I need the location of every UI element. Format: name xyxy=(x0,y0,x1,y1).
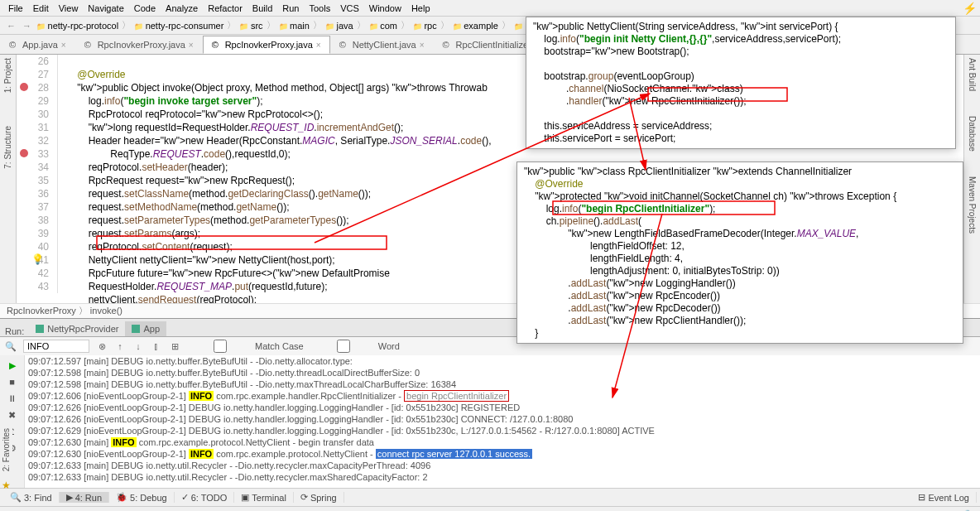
menu-navigate[interactable]: Navigate xyxy=(83,3,128,13)
tab-app[interactable]: ©App.java× xyxy=(0,36,75,54)
tool-debug[interactable]: 🐞5: Debug xyxy=(109,492,175,503)
next-icon[interactable]: ↓ xyxy=(132,340,144,352)
menu-build[interactable]: Build xyxy=(247,3,277,13)
exit-icon[interactable]: ✖ xyxy=(6,408,19,422)
tool-structure[interactable]: 7: Structure xyxy=(3,126,12,169)
nav-fwd-icon[interactable]: → xyxy=(19,21,35,31)
menu-code[interactable]: Code xyxy=(129,3,161,13)
search-icon: 🔍 xyxy=(5,340,17,352)
tab-rpcproxy1[interactable]: ©RpcInovkerProxy.java× xyxy=(75,36,203,54)
breadcrumb[interactable]: netty-rpc-consumer xyxy=(132,21,225,31)
breadcrumb[interactable]: main xyxy=(277,21,311,31)
filter-icon[interactable]: ⫿ xyxy=(151,340,162,352)
tab-nettyclient[interactable]: ©NettyClient.java× xyxy=(330,36,434,54)
clear-icon[interactable]: ⊗ xyxy=(96,340,108,352)
tool-find[interactable]: 🔍3: Find xyxy=(3,492,60,503)
star-icon: ★ xyxy=(2,480,11,491)
breakpoint-icon[interactable] xyxy=(20,149,28,157)
menu-analyze[interactable]: Analyze xyxy=(161,3,203,13)
tool-ant[interactable]: Ant Build xyxy=(968,58,977,91)
breadcrumb[interactable]: netty-rpc-protocol xyxy=(35,21,120,31)
stop-icon[interactable]: ■ xyxy=(6,375,19,388)
run-icon xyxy=(132,325,140,333)
tab-rpcproxy2[interactable]: ©RpcInovkerProxy.java× xyxy=(203,36,330,54)
menu-help[interactable]: Help xyxy=(406,3,435,13)
word-check[interactable]: Word xyxy=(310,340,400,353)
run-tab-app[interactable]: App xyxy=(125,321,166,336)
right-toolbar: Ant Build Database Maven Projects xyxy=(963,55,980,303)
console-output[interactable]: ▶ ■ ⏸ ✖ ↥ ⚙ 09:07:12.597 [main] DEBUG io… xyxy=(0,355,980,488)
tool-project[interactable]: 1: Project xyxy=(3,58,12,93)
breadcrumb[interactable]: rpc xyxy=(411,21,439,31)
menu-view[interactable]: View xyxy=(54,3,84,13)
menu-window[interactable]: Window xyxy=(364,3,406,13)
nav-back-icon[interactable]: ← xyxy=(3,21,19,31)
match-case-check[interactable]: Match Case xyxy=(187,340,304,353)
tool-database[interactable]: Database xyxy=(968,116,977,152)
code-popup-nettyclient: "kw">public NettyClient(String serviceAd… xyxy=(526,17,956,149)
tool-favorites[interactable]: 2: Favorites xyxy=(0,425,12,475)
run-tab-provider[interactable]: NettyRpcProvider xyxy=(29,321,125,336)
event-log[interactable]: ⊟ Event Log xyxy=(911,492,977,503)
menu-refactor[interactable]: Refactor xyxy=(203,3,247,13)
bottom-toolbar: 🔍3: Find ▶4: Run 🐞5: Debug ✓6: TODO ▣Ter… xyxy=(0,488,980,506)
tool-run[interactable]: ▶4: Run xyxy=(60,492,109,503)
tool-maven[interactable]: Maven Projects xyxy=(968,176,977,234)
lightning-icon[interactable]: ⚡ xyxy=(963,2,977,15)
breadcrumb[interactable]: src xyxy=(238,21,264,31)
code-popup-initializer: "kw">public "kw">class RpcClientInitiali… xyxy=(516,161,963,344)
search-input[interactable] xyxy=(23,340,89,353)
left-toolbar: 1: Project 7: Structure xyxy=(0,55,17,303)
menu-edit[interactable]: Edit xyxy=(28,3,54,13)
breadcrumb[interactable]: example xyxy=(451,21,500,31)
breadcrumb[interactable]: java xyxy=(324,21,355,31)
breakpoint-icon[interactable] xyxy=(20,83,28,91)
bulb-icon[interactable]: 💡 xyxy=(31,253,44,265)
tool-terminal[interactable]: ▣Terminal xyxy=(234,492,294,503)
tool-spring[interactable]: ⟳Spring xyxy=(294,492,344,503)
menu-run[interactable]: Run xyxy=(277,3,304,13)
pause-icon[interactable]: ⏸ xyxy=(6,392,19,405)
menu-vcs[interactable]: VCS xyxy=(335,3,364,13)
status-bar: ⟳ Loaded classes are up to date. Nothing… xyxy=(0,506,980,511)
run-icon xyxy=(36,325,44,333)
menu-bar: File Edit View Navigate Code Analyze Ref… xyxy=(0,0,980,17)
prev-icon[interactable]: ↑ xyxy=(114,340,126,352)
menu-tools[interactable]: Tools xyxy=(304,3,335,13)
breadcrumb[interactable]: com xyxy=(368,21,399,31)
rerun-icon[interactable]: ▶ xyxy=(6,359,19,372)
run-label: Run: xyxy=(0,326,29,336)
tool-todo[interactable]: ✓6: TODO xyxy=(175,492,235,503)
menu-file[interactable]: File xyxy=(3,3,28,13)
expand-icon[interactable]: ⊞ xyxy=(169,340,180,352)
